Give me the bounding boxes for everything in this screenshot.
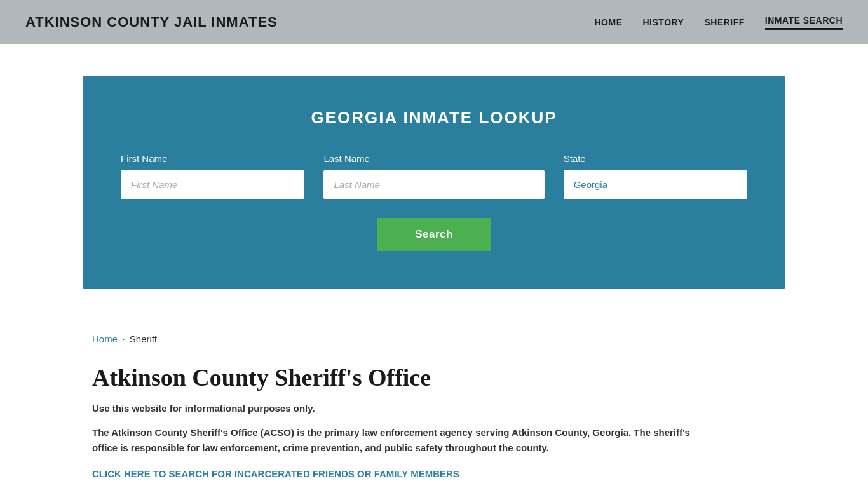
site-title: ATKINSON COUNTY JAIL INMATES — [25, 14, 278, 30]
cta-search-link[interactable]: CLICK HERE to Search for Incarcerated Fr… — [92, 468, 459, 479]
page-subtitle: Use this website for informational purpo… — [92, 403, 776, 414]
main-content: Atkinson County Sheriff's Office Use thi… — [0, 357, 868, 488]
breadcrumb: Home • Sheriff — [0, 321, 868, 357]
search-fields-row: First Name Last Name State — [121, 153, 747, 199]
breadcrumb-current: Sheriff — [130, 334, 157, 344]
nav-item-home[interactable]: HOME — [595, 17, 623, 27]
inmate-search-section: GEORGIA INMATE LOOKUP First Name Last Na… — [83, 76, 785, 289]
site-header: ATKINSON COUNTY JAIL INMATES HOME HISTOR… — [0, 0, 868, 44]
search-button[interactable]: Search — [377, 218, 491, 251]
state-group: State — [564, 153, 747, 199]
breadcrumb-separator: • — [123, 336, 125, 342]
first-name-input[interactable] — [121, 170, 304, 199]
last-name-group: Last Name — [323, 153, 544, 199]
nav-item-sheriff[interactable]: SHERIFF — [704, 17, 744, 27]
page-description: The Atkinson County Sheriff's Office (AC… — [92, 425, 715, 456]
search-button-row: Search — [121, 218, 747, 251]
last-name-input[interactable] — [323, 170, 544, 199]
main-nav: HOME HISTORY SHERIFF INMATE SEARCH — [595, 15, 843, 30]
search-section-title: GEORGIA INMATE LOOKUP — [121, 108, 747, 128]
state-label: State — [564, 153, 747, 164]
breadcrumb-home-link[interactable]: Home — [92, 334, 118, 344]
first-name-label: First Name — [121, 153, 304, 164]
nav-item-history[interactable]: HISTORY — [643, 17, 684, 27]
first-name-group: First Name — [121, 153, 304, 199]
nav-item-inmate-search[interactable]: INMATE SEARCH — [765, 15, 843, 30]
state-input[interactable] — [564, 170, 747, 199]
page-title: Atkinson County Sheriff's Office — [92, 363, 776, 391]
last-name-label: Last Name — [323, 153, 544, 164]
